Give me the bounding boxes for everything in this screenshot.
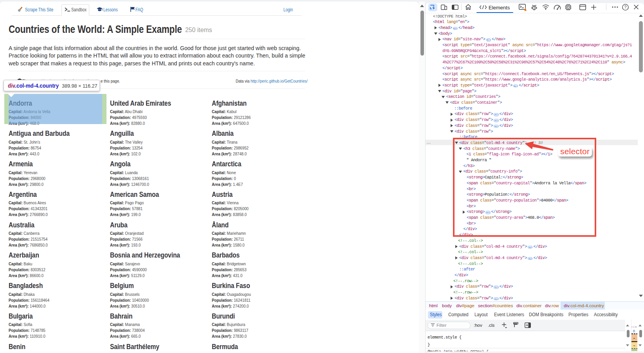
svg-text:?: ? — [624, 5, 627, 9]
